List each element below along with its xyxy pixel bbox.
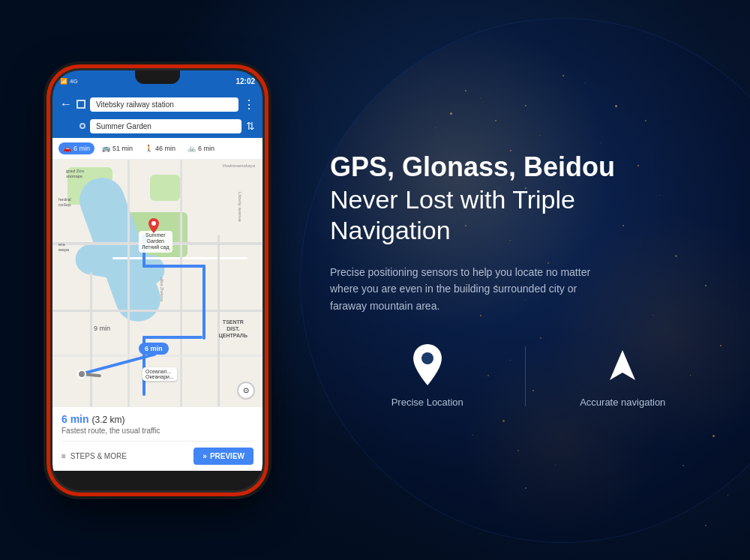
transport-walk[interactable]: 🚶 46 min xyxy=(140,142,180,154)
bus-icon: 🚌 xyxy=(102,145,110,152)
walk-time: 46 min xyxy=(155,145,176,152)
map-background: Summer Garden Летний сад Litovny avenue … xyxy=(52,160,262,407)
road-4 xyxy=(180,160,182,407)
camera-label: era мера xyxy=(58,242,69,253)
page-layout: 📶 4G 12:02 ← Vitebsky railway station ⋮ xyxy=(0,0,750,560)
features-row: Precise Location Accurate navigation xyxy=(330,344,720,408)
more-button[interactable]: ⋮ xyxy=(243,97,255,112)
description-text: Precise positioning sensors to help you … xyxy=(330,264,615,314)
bus-time: 51 min xyxy=(112,145,133,152)
route-segment-5 xyxy=(142,265,206,268)
street-label-litovy: Litovny avenue xyxy=(238,191,242,221)
route-segment-3 xyxy=(142,336,202,339)
route-time: 6 min xyxy=(62,413,89,425)
navigation-arrow-icon xyxy=(602,346,644,388)
oceanarium-en: Oceanari... xyxy=(146,369,171,374)
accurate-navigation-label: Accurate navigation xyxy=(580,397,665,408)
precise-location-label: Precise Location xyxy=(392,397,464,408)
content-section: GPS, Glonass, Beidou Never Lost with Tri… xyxy=(315,122,750,438)
route-segment-4 xyxy=(202,265,206,340)
steps-label: STEPS & MORE xyxy=(70,452,127,460)
church-label: hedral собор xyxy=(58,197,71,208)
phone-status-left: 📶 4G xyxy=(60,78,78,85)
nav-bar-top: ← Vitebsky railway station ⋮ xyxy=(52,93,262,116)
feature-precise-location: Precise Location xyxy=(330,344,525,408)
road-7 xyxy=(90,272,92,407)
car-icon: 🚗 xyxy=(63,145,71,152)
route-description: Fastest route, the usual traffic xyxy=(62,427,254,435)
phone-bottom-panel: 6 min (3.2 km) Fastest route, the usual … xyxy=(52,407,262,471)
car-time: 6 min xyxy=(74,145,90,152)
headline-navigation: Never Lost with Triple Navigation xyxy=(330,184,720,246)
district-label: TSENTR DIST. ЦЕНТРАЛЬ xyxy=(219,319,248,339)
road-5 xyxy=(52,310,262,312)
steps-more-button[interactable]: ≡ STEPS & MORE xyxy=(62,452,127,460)
destination-pin xyxy=(148,218,159,236)
network-type: 4G xyxy=(70,78,78,85)
transport-bike[interactable]: 🚲 6 min xyxy=(183,142,219,154)
route-summary: 6 min (3.2 km) xyxy=(62,413,254,425)
zoo-label: grad Zoo зоопарк xyxy=(66,169,84,179)
oceanarium-ru: Океанари... xyxy=(146,374,174,379)
menu-icon: ≡ xyxy=(62,452,66,460)
road-6 xyxy=(52,355,262,357)
location-pin-icon xyxy=(409,344,446,389)
phone-section: 📶 4G 12:02 ← Vitebsky railway station ⋮ xyxy=(0,0,315,560)
headline-line1: Never Lost with Triple xyxy=(330,185,575,214)
origin-indicator xyxy=(80,123,86,129)
preview-arrows: » xyxy=(202,452,207,460)
street-label-voskr: Voskresenskaya xyxy=(222,163,255,168)
road-3 xyxy=(128,160,130,407)
destination-search[interactable]: Vitebsky railway station xyxy=(90,97,238,112)
preview-label: PREVIEW xyxy=(210,452,244,460)
route-distance: (3.2 km) xyxy=(92,415,125,425)
headline-line2: Navigation xyxy=(330,216,451,244)
route-6min-bubble: 6 min xyxy=(139,343,169,355)
transport-car[interactable]: 🚗 6 min xyxy=(58,142,94,154)
origin-dot xyxy=(76,100,86,109)
bike-icon: 🚲 xyxy=(188,145,196,152)
destination-text: Vitebsky railway station xyxy=(96,100,174,109)
phone-status-bar: 📶 4G 12:02 xyxy=(52,70,262,93)
nav-bar-origin: Summer Garden ⇅ xyxy=(52,116,262,138)
swap-button[interactable]: ⇅ xyxy=(246,120,255,132)
feature-accurate-navigation: Accurate navigation xyxy=(526,344,721,408)
transport-options-bar: 🚗 6 min 🚌 51 min 🚶 46 min 🚲 6 min xyxy=(52,138,262,160)
walk-icon: 🚶 xyxy=(145,145,153,152)
precise-location-icon-wrap xyxy=(405,344,450,389)
bike-time: 6 min xyxy=(198,145,214,152)
headline-gps: GPS, Glonass, Beidou xyxy=(330,152,720,182)
phone-device: 📶 4G 12:02 ← Vitebsky railway station ⋮ xyxy=(52,70,262,490)
street-label-zhukova: ulitsa Zhukova xyxy=(160,277,164,301)
action-bar: ≡ STEPS & MORE » PREVIEW xyxy=(62,441,254,465)
phone-time: 12:02 xyxy=(236,77,255,85)
signal-icon: 📶 xyxy=(60,78,68,85)
oceanarium-label: Oceanari... Океанари... xyxy=(142,367,177,381)
origin-text: Summer Garden xyxy=(96,122,152,130)
compass-icon: ⊙ xyxy=(243,386,249,394)
back-button[interactable]: ← xyxy=(60,97,72,111)
map-area[interactable]: Summer Garden Летний сад Litovny avenue … xyxy=(52,160,262,407)
origin-search[interactable]: Summer Garden xyxy=(90,119,242,133)
accurate-nav-icon-wrap xyxy=(600,344,645,389)
phone-notch xyxy=(135,70,180,84)
svg-point-1 xyxy=(422,352,434,364)
route-start xyxy=(77,370,86,379)
route-9min-label: 9 min xyxy=(94,325,110,332)
svg-point-0 xyxy=(152,221,156,226)
preview-button[interactable]: » PREVIEW xyxy=(194,448,254,465)
compass[interactable]: ⊙ xyxy=(237,382,255,400)
svg-marker-2 xyxy=(610,350,635,380)
park-area-2 xyxy=(150,175,180,201)
transport-bus[interactable]: 🚌 51 min xyxy=(98,142,137,154)
